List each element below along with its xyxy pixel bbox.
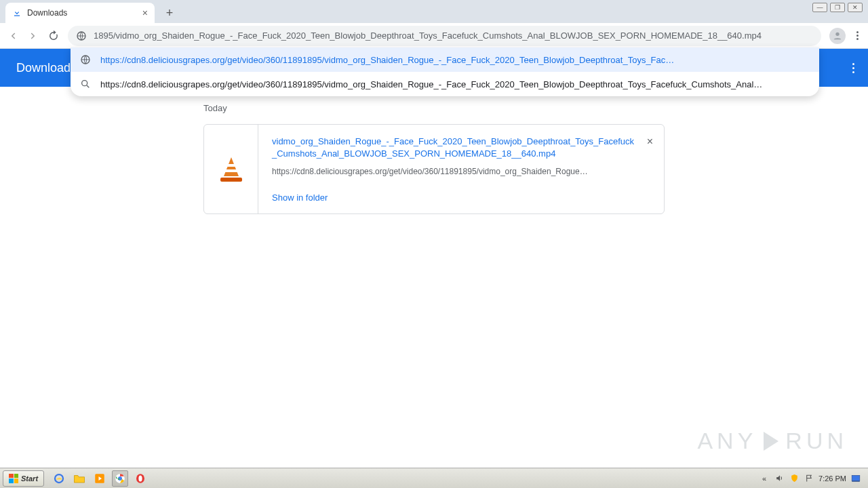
browser-menu-button[interactable] <box>854 28 861 43</box>
system-tray: « 7:26 PM <box>759 473 865 484</box>
reload-button[interactable] <box>47 30 60 42</box>
tab-close-button[interactable]: × <box>142 7 148 18</box>
taskbar: Start « 7:26 PM <box>0 468 868 488</box>
taskbar-media-icon[interactable] <box>92 470 108 487</box>
section-today: Today <box>203 103 868 113</box>
address-bar[interactable]: 1895/vidmo_org_Shaiden_Rogue_-_Face_Fuck… <box>68 26 821 46</box>
svg-point-1 <box>835 32 839 35</box>
svg-rect-10 <box>852 475 860 481</box>
svg-rect-11 <box>852 481 860 481</box>
window-minimize-button[interactable]: — <box>812 3 827 12</box>
search-icon <box>80 79 91 89</box>
tab-strip: Downloads × + <box>0 0 868 23</box>
taskbar-explorer-icon[interactable] <box>71 470 87 487</box>
taskbar-opera-icon[interactable] <box>132 470 149 487</box>
omnibox-suggestions: https://cdn8.deliciousgrapes.org/get/vid… <box>71 47 819 96</box>
page-title: Downloads <box>16 61 77 75</box>
download-source-url: https://cdn8.deliciousgrapes.org/get/vid… <box>272 167 637 176</box>
downloads-content: Today vidmo_org_Shaiden_Rogue_-_Face_Fuc… <box>0 87 868 468</box>
vlc-icon <box>220 157 242 182</box>
download-file-icon <box>204 125 258 214</box>
svg-point-9 <box>138 475 142 481</box>
window-close-button[interactable]: ✕ <box>848 3 863 12</box>
suggestion-row[interactable]: https://cdn8.deliciousgrapes.org/get/vid… <box>71 72 819 96</box>
profile-button[interactable] <box>829 28 846 44</box>
downloads-menu-button[interactable] <box>852 63 854 73</box>
suggestion-text: https://cdn8.deliciousgrapes.org/get/vid… <box>100 79 810 89</box>
svg-point-3 <box>82 81 87 86</box>
taskbar-chrome-icon[interactable] <box>112 470 128 487</box>
new-tab-button[interactable]: + <box>160 3 179 22</box>
download-item: vidmo_org_Shaiden_Rogue_-_Face_Fuck_2020… <box>203 124 665 214</box>
window-maximize-button[interactable]: ❐ <box>830 3 845 12</box>
volume-icon[interactable] <box>774 473 785 484</box>
suggestion-text: https://cdn8.deliciousgrapes.org/get/vid… <box>100 55 810 65</box>
back-button[interactable] <box>7 30 19 42</box>
tab-downloads[interactable]: Downloads × <box>5 3 155 23</box>
download-icon <box>12 8 22 18</box>
suggestion-row[interactable]: https://cdn8.deliciousgrapes.org/get/vid… <box>71 47 819 72</box>
clock[interactable]: 7:26 PM <box>818 474 846 483</box>
globe-icon <box>80 54 91 65</box>
forward-button[interactable] <box>27 30 39 42</box>
download-filename[interactable]: vidmo_org_Shaiden_Rogue_-_Face_Fuck_2020… <box>272 136 637 160</box>
address-bar-text: 1895/vidmo_org_Shaiden_Rogue_-_Face_Fuck… <box>94 30 813 41</box>
taskbar-ie-icon[interactable] <box>51 470 67 487</box>
tab-title: Downloads <box>27 8 67 18</box>
start-button[interactable]: Start <box>3 470 44 487</box>
shield-icon[interactable] <box>789 473 800 484</box>
tray-expand-icon[interactable]: « <box>759 473 770 484</box>
show-in-folder-link[interactable]: Show in folder <box>272 192 637 203</box>
browser-toolbar: 1895/vidmo_org_Shaiden_Rogue_-_Face_Fuck… <box>0 23 868 49</box>
remove-download-button[interactable]: × <box>647 136 653 148</box>
flag-icon[interactable] <box>804 473 814 484</box>
globe-icon <box>76 30 87 41</box>
windows-logo-icon <box>9 474 18 483</box>
show-desktop-button[interactable] <box>850 473 861 484</box>
